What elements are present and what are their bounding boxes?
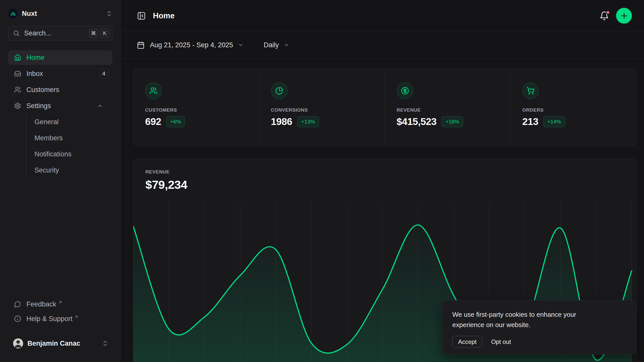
stat-delta-badge: +14% [543,116,565,127]
chevron-down-icon [284,42,290,48]
stat-label: CONVERSIONS [271,107,375,113]
sub-item-label: Notifications [34,150,71,158]
dollar-circle-icon [397,82,413,99]
external-link-icon [74,315,78,319]
sidebar-item-members[interactable]: Members [26,131,112,145]
chevron-down-icon [238,42,244,48]
sidebar-item-notifications[interactable]: Notifications [26,147,112,161]
inbox-count-badge: 4 [99,69,108,79]
stat-customers[interactable]: CUSTOMERS 692 +6% [133,69,259,146]
stat-value: 1986 [271,116,292,127]
sidebar-item-feedback[interactable]: Feedback [8,297,112,311]
kbd-k: K [100,29,109,38]
sidebar-item-label: Customers [26,86,59,94]
cookie-optout-button[interactable]: Opt out [491,338,511,345]
notifications-bell-icon[interactable] [599,11,609,21]
stat-label: CUSTOMERS [145,107,249,113]
topbar-actions [599,8,632,24]
sidebar-item-settings[interactable]: Settings [8,99,112,113]
kbd-cmd: ⌘ [89,29,98,38]
sidebar-item-general[interactable]: General [26,115,112,129]
sidebar-item-label: Home [26,54,45,62]
workspace-switcher[interactable]: Nuxt [8,9,37,19]
sidebar-item-label: Inbox [26,70,43,78]
home-icon [14,54,21,61]
filter-toolbar: Aug 21, 2025 - Sep 4, 2025 Daily [121,32,644,59]
sub-item-label: General [34,118,59,126]
stat-value: 213 [522,116,538,127]
pie-chart-icon [271,82,288,99]
chevrons-up-down-icon[interactable] [102,340,108,347]
workspace-row: Nuxt [8,7,112,21]
sidebar-collapse-icon[interactable] [137,11,146,20]
sidebar-item-security[interactable]: Security [26,163,112,177]
sub-item-label: Security [34,166,59,174]
date-range-value: Aug 21, 2025 - Sep 4, 2025 [150,41,233,49]
sidebar-nav: Home Inbox 4 Customers Settings Ge [8,50,112,179]
user-name: Benjamin Canac [27,340,80,347]
sidebar-item-label: Settings [26,102,51,110]
stat-delta-badge: +13% [297,116,319,127]
date-range-picker[interactable]: Aug 21, 2025 - Sep 4, 2025 [137,41,249,49]
user-avatar [13,338,23,348]
stat-value: 692 [145,116,161,127]
footer-link-label: Help & Support [26,315,72,323]
chevrons-up-down-icon[interactable] [106,10,112,17]
sidebar-item-customers[interactable]: Customers [8,82,112,97]
add-button[interactable] [616,8,632,24]
granularity-value: Daily [264,41,279,49]
stats-card: CUSTOMERS 692 +6% CONVERSIONS 1986 +13% [133,69,636,146]
topbar: Home [121,0,644,32]
sidebar: Nuxt Search... ⌘ K Home Inbox 4 [0,0,121,362]
users-icon [14,86,21,93]
sidebar-item-inbox[interactable]: Inbox 4 [8,66,112,81]
workspace-name: Nuxt [22,10,37,18]
settings-subnav: General Members Notifications Security [26,115,112,177]
sub-item-label: Members [34,134,63,142]
stat-conversions[interactable]: CONVERSIONS 1986 +13% [259,69,385,146]
sidebar-item-home[interactable]: Home [8,50,112,65]
notification-dot [606,10,610,15]
user-menu-button[interactable]: Benjamin Canac [8,332,112,354]
calendar-icon [137,41,145,49]
cookie-banner: We use first-party cookies to enhance yo… [442,300,637,354]
external-link-icon [58,300,62,304]
granularity-select[interactable]: Daily [264,41,295,49]
stat-orders[interactable]: ORDERS 213 +14% [510,69,636,146]
cookie-message: We use first-party cookies to enhance yo… [452,309,608,330]
stat-delta-badge: +6% [166,116,185,127]
shopping-cart-icon [522,82,539,99]
sidebar-divider [0,330,120,330]
stat-revenue[interactable]: REVENUE $415,523 +18% [385,69,511,146]
sidebar-spacer [8,179,112,297]
stat-value: $415,523 [397,116,437,127]
cookie-accept-button[interactable]: Accept [452,336,482,348]
chat-bubble-icon [14,301,21,308]
revenue-chart-label: REVENUE [145,169,624,175]
chevron-up-icon [97,103,103,109]
inbox-icon [14,70,21,77]
footer-link-label: Feedback [26,300,56,308]
stat-label: ORDERS [522,107,626,113]
stat-label: REVENUE [397,107,500,113]
search-icon [13,30,20,37]
info-circle-icon [14,315,21,322]
search-placeholder: Search... [24,29,87,37]
users-icon [145,82,162,99]
stat-delta-badge: +18% [441,116,463,127]
revenue-chart-total: $79,234 [145,178,624,192]
sidebar-item-help-support[interactable]: Help & Support [8,311,112,326]
gear-icon [14,102,21,109]
page-title: Home [153,11,175,20]
search-input[interactable]: Search... ⌘ K [8,26,112,41]
nuxt-logo-icon [8,9,18,19]
